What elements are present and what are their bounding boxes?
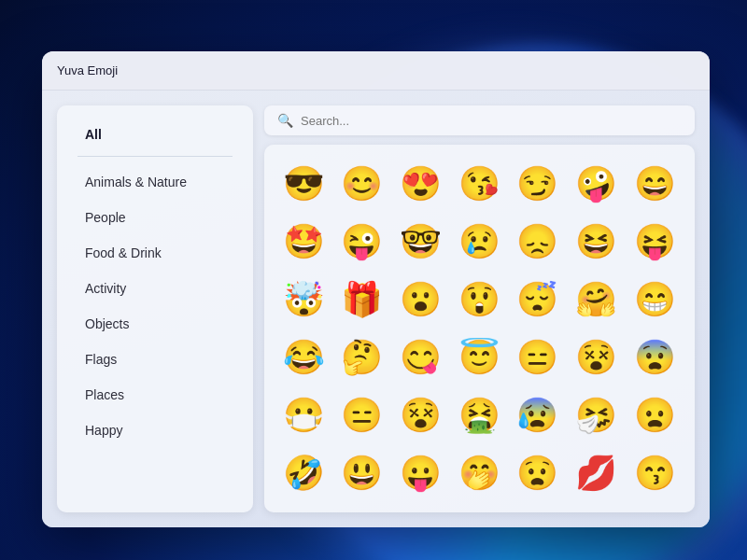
sidebar-item-people[interactable]: People [64, 201, 246, 234]
emoji-cell[interactable]: 😋 [394, 331, 446, 384]
emoji-cell[interactable]: 😁 [628, 273, 681, 326]
emoji-cell[interactable]: 😵 [394, 389, 446, 441]
emoji-cell[interactable]: 🤓 [394, 216, 446, 268]
window-title: Yuva Emoji [57, 63, 118, 77]
search-input[interactable] [301, 114, 682, 128]
emoji-cell[interactable]: 🎁 [336, 273, 388, 326]
search-bar: 🔍 [264, 105, 695, 135]
emoji-cell[interactable]: 😏 [512, 158, 564, 210]
emoji-cell[interactable]: 😇 [453, 331, 505, 384]
sidebar-item-animals[interactable]: Animals & Nature [64, 165, 246, 199]
emoji-cell[interactable]: 🤧 [571, 389, 623, 441]
emoji-cell[interactable]: 🤣 [277, 447, 330, 499]
sidebar-item-flags[interactable]: Flags [64, 343, 246, 376]
sidebar-item-places[interactable]: Places [64, 378, 246, 412]
emoji-grid-container: 😎😊😍😘😏🤪😄🤩😜🤓😢😞😆😝🤯🎁😮😲😴🤗😁😂🤔😋😇😑😵😨😷😑😵🤮😰🤧😦🤣😃😛🤭😧… [264, 145, 695, 512]
main-content: 🔍 😎😊😍😘😏🤪😄🤩😜🤓😢😞😆😝🤯🎁😮😲😴🤗😁😂🤔😋😇😑😵😨😷😑😵🤮😰🤧😦🤣😃😛… [264, 105, 695, 512]
emoji-cell[interactable]: 😷 [277, 389, 330, 441]
title-bar: Yuva Emoji [42, 51, 710, 91]
emoji-cell[interactable]: 😘 [453, 158, 505, 210]
sidebar: All Animals & Nature People Food & Drink… [57, 105, 253, 512]
emoji-cell[interactable]: 😰 [512, 389, 564, 441]
emoji-cell[interactable]: 😎 [277, 158, 330, 210]
emoji-cell[interactable]: 😂 [277, 331, 330, 384]
emoji-cell[interactable]: 😦 [628, 389, 681, 441]
emoji-cell[interactable]: 😲 [453, 273, 505, 326]
sidebar-item-all[interactable]: All [64, 118, 246, 151]
emoji-cell[interactable]: 😛 [394, 447, 446, 499]
sidebar-item-happy[interactable]: Happy [64, 413, 246, 447]
emoji-cell[interactable]: 😵 [571, 331, 623, 384]
emoji-cell[interactable]: 😜 [336, 216, 388, 268]
emoji-cell[interactable]: 😑 [512, 331, 564, 384]
sidebar-item-activity[interactable]: Activity [64, 272, 246, 305]
emoji-cell[interactable]: 🤭 [453, 447, 505, 499]
emoji-grid: 😎😊😍😘😏🤪😄🤩😜🤓😢😞😆😝🤯🎁😮😲😴🤗😁😂🤔😋😇😑😵😨😷😑😵🤮😰🤧😦🤣😃😛🤭😧… [277, 158, 682, 499]
emoji-cell[interactable]: 💋 [571, 447, 623, 499]
search-icon: 🔍 [277, 113, 293, 128]
emoji-cell[interactable]: 😙 [628, 447, 681, 499]
emoji-cell[interactable]: 🤔 [336, 331, 388, 384]
app-window: Yuva Emoji All Animals & Nature People F… [42, 51, 710, 527]
emoji-cell[interactable]: 🤮 [453, 389, 505, 441]
emoji-cell[interactable]: 😊 [336, 158, 388, 210]
emoji-cell[interactable]: 😝 [628, 216, 681, 268]
emoji-cell[interactable]: 😢 [453, 216, 505, 268]
emoji-cell[interactable]: 😆 [571, 216, 623, 268]
emoji-cell[interactable]: 😧 [512, 447, 564, 499]
emoji-cell[interactable]: 😮 [394, 273, 446, 326]
emoji-cell[interactable]: 😑 [336, 389, 388, 441]
emoji-cell[interactable]: 🤪 [571, 158, 623, 210]
emoji-cell[interactable]: 😃 [336, 447, 388, 499]
emoji-cell[interactable]: 😍 [394, 158, 446, 210]
sidebar-item-food[interactable]: Food & Drink [64, 236, 246, 270]
sidebar-item-objects[interactable]: Objects [64, 307, 246, 341]
emoji-cell[interactable]: 🤯 [277, 273, 330, 326]
app-body: All Animals & Nature People Food & Drink… [42, 91, 710, 527]
emoji-cell[interactable]: 🤗 [571, 273, 623, 326]
emoji-cell[interactable]: 😄 [628, 158, 681, 210]
emoji-cell[interactable]: 😨 [628, 331, 681, 384]
emoji-cell[interactable]: 😞 [512, 216, 564, 268]
emoji-cell[interactable]: 🤩 [277, 216, 330, 268]
sidebar-separator [78, 156, 233, 157]
emoji-cell[interactable]: 😴 [512, 273, 564, 326]
